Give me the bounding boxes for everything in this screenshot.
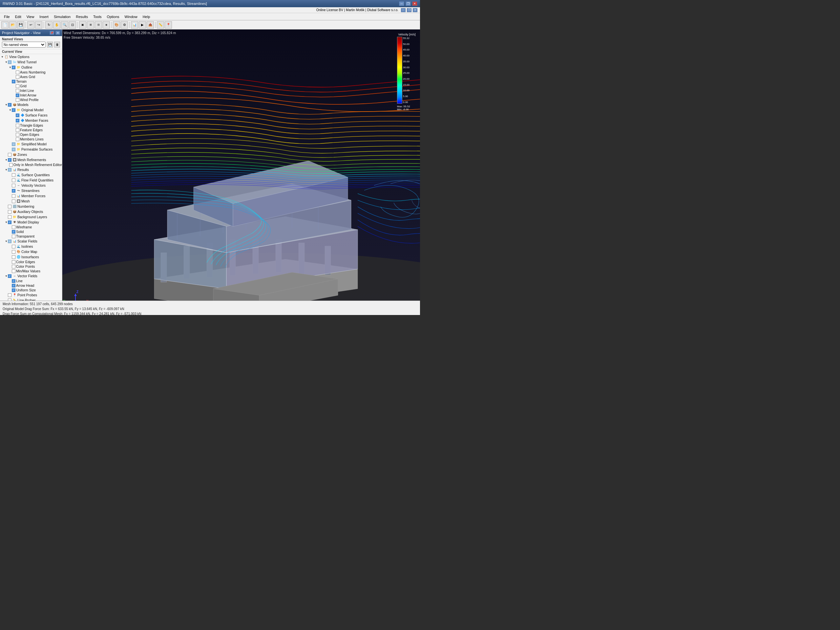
checkbox-vector-fields[interactable] <box>8 274 11 278</box>
checkbox-velocity-vectors[interactable] <box>12 184 16 187</box>
restore-button[interactable]: ❐ <box>406 1 411 6</box>
settings-button[interactable]: ⚙ <box>121 21 128 28</box>
tree-item-streamlines[interactable]: 〜Streamlines <box>0 188 62 193</box>
tree-item-terrain[interactable]: Terrain <box>0 79 62 84</box>
tree-item-simplified-model[interactable]: 📁Simplified Model <box>0 141 62 147</box>
checkbox-only-in-mesh-refinement[interactable] <box>9 163 13 167</box>
tree-item-original-model[interactable]: ▼📁Original Model <box>0 107 62 112</box>
view-3d[interactable]: ◈ <box>103 21 110 28</box>
checkbox-feature-edges[interactable] <box>16 128 19 132</box>
checkbox-axes-numbering[interactable] <box>16 71 19 74</box>
checkbox-member-faces[interactable] <box>16 119 19 122</box>
export-button[interactable]: 📤 <box>147 21 154 28</box>
view-side[interactable]: ⊟ <box>95 21 102 28</box>
save-button[interactable]: 💾 <box>17 21 24 28</box>
tree-item-members-lines[interactable]: Members Lines <box>0 137 62 141</box>
tree-item-color-points[interactable]: Color Points <box>0 264 62 269</box>
named-views-delete[interactable]: 🗑 <box>54 42 60 47</box>
checkbox-uniform-size[interactable] <box>12 289 16 292</box>
close-button[interactable]: ✕ <box>412 1 417 6</box>
toggle-view-options[interactable]: ▼ <box>1 55 4 58</box>
checkbox-min-max-values[interactable] <box>12 269 16 273</box>
tree-item-isosurfaces[interactable]: 🌐Isosurfaces <box>0 254 62 259</box>
menu-item-view[interactable]: View <box>24 14 37 19</box>
results-button[interactable]: 📊 <box>131 21 138 28</box>
tree-item-vector-fields[interactable]: ▼→Vector Fields <box>0 273 62 279</box>
checkbox-inlet-line[interactable] <box>16 89 19 93</box>
checkbox-color-edges[interactable] <box>12 260 16 264</box>
menu-item-insert[interactable]: Insert <box>37 14 51 19</box>
tree-item-min-max-values[interactable]: Min/Max Values <box>0 269 62 273</box>
probe-button[interactable]: 📍 <box>165 21 172 28</box>
tree-item-flow-field-quantities[interactable]: 🌊Flow Field Quantities <box>0 177 62 183</box>
tree-item-zones[interactable]: 📦Zones <box>0 152 62 157</box>
toggle-vector-fields[interactable]: ▼ <box>5 274 8 278</box>
tree-item-color-edges[interactable]: Color Edges <box>0 259 62 264</box>
tree-item-scalar-fields[interactable]: ▼📊Scalar Fields <box>0 238 62 244</box>
menu-item-simulation[interactable]: Simulation <box>51 14 73 19</box>
tree-item-triangle-edges[interactable]: Triangle Edges <box>0 123 62 128</box>
rotate-button[interactable]: ↻ <box>45 21 52 28</box>
toggle-mesh-refinements[interactable]: ▼ <box>5 158 8 161</box>
checkbox-line-probes[interactable] <box>8 298 11 301</box>
toggle-scalar-fields[interactable]: ▼ <box>5 240 8 243</box>
checkbox-solid[interactable] <box>12 230 16 234</box>
nav-pin-button[interactable]: 📌 <box>49 31 54 35</box>
checkbox-wind-tunnel[interactable] <box>8 60 11 64</box>
nav-close-button[interactable]: ✕ <box>55 31 60 35</box>
checkbox-surface-faces[interactable] <box>16 114 19 117</box>
render-button[interactable]: 🎨 <box>113 21 120 28</box>
menu-item-window[interactable]: Window <box>122 14 140 19</box>
tree-item-outline[interactable]: ▼📁Outline <box>0 65 62 70</box>
checkbox-color-map[interactable] <box>12 250 16 254</box>
menu-item-help[interactable]: Help <box>140 14 153 19</box>
checkbox-wireframe[interactable] <box>12 226 16 229</box>
license-close[interactable]: ✕ <box>413 8 417 12</box>
checkbox-point-probes[interactable] <box>8 293 11 297</box>
tree-item-auxiliary-objects[interactable]: 📦Auxiliary Objects <box>0 209 62 214</box>
named-views-save[interactable]: 💾 <box>47 42 53 47</box>
tree-item-wind-tunnel[interactable]: ▼🌬️Wind Tunnel <box>0 59 62 65</box>
menu-item-options[interactable]: Options <box>104 14 122 19</box>
checkbox-grid[interactable] <box>16 84 19 88</box>
tree-item-surface-quantities[interactable]: 🌊Surface Quantities <box>0 172 62 177</box>
tree-item-axes-grid[interactable]: Axes Grid <box>0 74 62 79</box>
license-restore[interactable]: ❐ <box>407 8 412 12</box>
checkbox-mesh-refinements[interactable] <box>8 158 11 162</box>
undo-button[interactable]: ↩ <box>27 21 35 28</box>
checkbox-transparent[interactable] <box>12 235 16 238</box>
checkbox-wind-profile[interactable] <box>16 98 19 102</box>
tree-item-isolines[interactable]: 🌊Isolines <box>0 244 62 249</box>
checkbox-results[interactable] <box>8 168 11 172</box>
toggle-results[interactable]: ▼ <box>5 168 8 171</box>
tree-item-member-faces[interactable]: 🔷Member Faces <box>0 118 62 123</box>
checkbox-simplified-model[interactable] <box>12 142 16 146</box>
checkbox-permeable-surfaces[interactable] <box>12 148 16 151</box>
checkbox-mesh[interactable] <box>12 199 16 203</box>
checkbox-isolines[interactable] <box>12 245 16 248</box>
tree-item-velocity-vectors[interactable]: →Velocity Vectors <box>0 183 62 188</box>
checkbox-outline[interactable] <box>12 66 16 69</box>
pan-button[interactable]: ✋ <box>53 21 60 28</box>
tree-item-only-in-mesh-refinement[interactable]: Only in Mesh Refinement Editor <box>0 163 62 167</box>
tree-item-line-probes[interactable]: 📏Line Probes <box>0 298 62 300</box>
view-front[interactable]: ▣ <box>79 21 86 28</box>
tree-item-uniform-size[interactable]: Uniform Size <box>0 288 62 292</box>
checkbox-terrain[interactable] <box>12 80 16 83</box>
tree-item-model-display[interactable]: ▼👁️Model Display <box>0 219 62 225</box>
checkbox-model-display[interactable] <box>8 221 11 224</box>
tree-item-grid[interactable]: Grid <box>0 84 62 88</box>
tree-item-color-map[interactable]: 🎨Color Map <box>0 249 62 254</box>
tree-item-mesh[interactable]: 🔲Mesh <box>0 199 62 204</box>
checkbox-inlet-arrow[interactable] <box>16 93 19 97</box>
named-views-dropdown[interactable]: No named views <box>2 42 46 47</box>
tree-item-numbering[interactable]: 🔢Numbering <box>0 204 62 209</box>
checkbox-zones[interactable] <box>8 153 11 156</box>
zoom-fit-button[interactable]: ⊡ <box>69 21 76 28</box>
tree-item-view-options[interactable]: ▼📋View Options <box>0 54 62 59</box>
tree-item-solid[interactable]: Solid <box>0 229 62 234</box>
toggle-wind-tunnel[interactable]: ▼ <box>5 60 8 64</box>
toggle-outline[interactable]: ▼ <box>8 66 12 69</box>
view-top[interactable]: ⊞ <box>87 21 94 28</box>
checkbox-axes-grid[interactable] <box>16 75 19 79</box>
